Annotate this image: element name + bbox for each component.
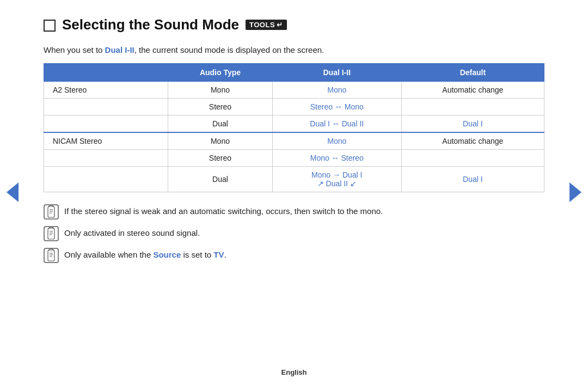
footer-text: English <box>281 368 307 376</box>
table-row: Stereo Stereo ↔ Mono <box>44 99 544 115</box>
table-row: Dual Mono → Dual I ↗ Dual II ↙ Dual I <box>44 167 544 192</box>
cell-group <box>44 150 168 167</box>
checkbox-icon <box>44 20 56 32</box>
notes-section: If the stereo signal is weak and an auto… <box>44 205 544 263</box>
note-3-text: Only available when the Source is set to… <box>64 249 226 261</box>
title-row: Selecting the Sound Mode TOOLS↵ <box>44 16 544 33</box>
cell-audio-type: Dual <box>168 115 273 133</box>
cell-group: A2 Stereo <box>44 82 168 99</box>
table-row: Stereo Mono ↔ Stereo <box>44 150 544 167</box>
cell-group <box>44 167 168 192</box>
svg-rect-0 <box>44 205 58 219</box>
subtitle-blue: Dual I-II <box>105 45 134 54</box>
cell-group <box>44 99 168 115</box>
cell-audio-type: Stereo <box>168 99 273 115</box>
cell-default <box>401 99 544 115</box>
page-title: Selecting the Sound Mode <box>62 16 239 33</box>
tools-label: TOOLS <box>249 21 275 29</box>
note-1-text: If the stereo signal is weak and an auto… <box>64 205 383 218</box>
note-3-tv: TV <box>213 250 224 259</box>
tools-symbol: ↵ <box>277 21 283 29</box>
svg-rect-8 <box>44 248 58 263</box>
cell-default <box>401 150 544 167</box>
nav-arrow-right[interactable] <box>569 182 581 202</box>
subtitle-prefix: When you set to <box>44 45 105 54</box>
col-header-default: Default <box>401 64 544 82</box>
cell-group <box>44 115 168 133</box>
cell-default: Dual I <box>401 115 544 133</box>
table-row: Dual Dual I ↔ Dual II Dual I <box>44 115 544 133</box>
page-content: Selecting the Sound Mode TOOLS↵ When you… <box>0 0 588 282</box>
col-header-dual: Dual I-II <box>272 64 401 82</box>
tools-badge: TOOLS↵ <box>246 20 287 30</box>
table-row: A2 Stereo Mono Mono Automatic change <box>44 82 544 99</box>
cell-audio-type: Mono <box>168 132 273 150</box>
cell-dual: Mono ↔ Stereo <box>272 150 401 167</box>
cell-default: Automatic change <box>401 82 544 99</box>
note-2-text: Only activated in stereo sound signal. <box>64 227 200 240</box>
cell-dual: Dual I ↔ Dual II <box>272 115 401 133</box>
subtitle-suffix: , the current sound mode is displayed on… <box>134 45 324 54</box>
table-header-row: Audio Type Dual I-II Default <box>44 64 544 82</box>
note-1: If the stereo signal is weak and an auto… <box>44 205 544 220</box>
cell-dual: Stereo ↔ Mono <box>272 99 401 115</box>
note-3: Only available when the Source is set to… <box>44 249 544 263</box>
cell-audio-type: Stereo <box>168 150 273 167</box>
subtitle: When you set to Dual I-II, the current s… <box>44 45 544 54</box>
col-header-audio-type: Audio Type <box>168 64 273 82</box>
footer: English <box>0 368 588 376</box>
note-icon-1 <box>44 204 59 220</box>
note-2: Only activated in stereo sound signal. <box>44 227 544 241</box>
nav-arrow-left[interactable] <box>7 182 19 202</box>
cell-audio-type: Dual <box>168 167 273 192</box>
cell-dual: Mono <box>272 132 401 150</box>
cell-audio-type: Mono <box>168 82 273 99</box>
note-3-source: Source <box>153 250 181 259</box>
cell-dual: Mono <box>272 82 401 99</box>
cell-default: Automatic change <box>401 132 544 150</box>
cell-group: NICAM Stereo <box>44 132 168 150</box>
svg-rect-4 <box>44 227 58 241</box>
note-icon-2 <box>44 226 59 241</box>
col-header-empty <box>44 64 168 82</box>
note-icon-3 <box>44 248 59 263</box>
cell-dual: Mono → Dual I ↗ Dual II ↙ <box>272 167 401 192</box>
cell-default: Dual I <box>401 167 544 192</box>
sound-mode-table: Audio Type Dual I-II Default A2 Stereo M… <box>44 63 544 192</box>
table-row: NICAM Stereo Mono Mono Automatic change <box>44 132 544 150</box>
